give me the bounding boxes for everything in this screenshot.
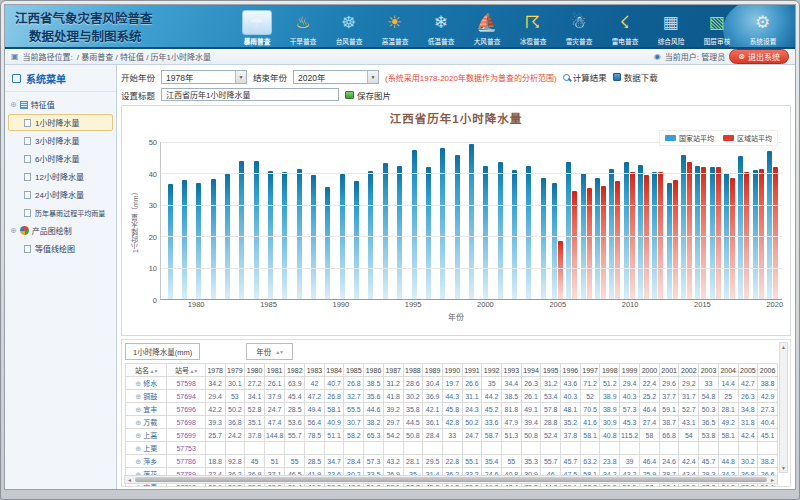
row-expand-icon[interactable]: ⊕ (135, 419, 141, 426)
value-cell: 36.5 (699, 416, 719, 429)
bar-2006-区域站平均 (572, 191, 577, 299)
sidebar-item-等值线绘图[interactable]: 等值线绘图 (8, 240, 113, 257)
value-cell: 27.3 (758, 403, 778, 416)
value-cell: 37.9 (264, 390, 285, 403)
column-header-year-1996[interactable]: 1996 (561, 364, 581, 377)
row-expand-icon[interactable]: ⊕ (135, 484, 141, 487)
value-cell: 22.8 (442, 455, 462, 468)
year-sort-box[interactable]: 年份 ▲▼ (246, 343, 293, 360)
sidebar-item-1小时降水量[interactable]: 1小时降水量 (8, 114, 113, 131)
station-name-cell[interactable]: ⊕修水 (126, 377, 167, 390)
end-year-select[interactable]: 2020年 ▼ (293, 70, 379, 84)
column-header-year-1980[interactable]: 1980 (245, 364, 265, 377)
column-header-year-1983[interactable]: 1983 (305, 364, 325, 377)
row-expand-icon[interactable]: ⊕ (135, 445, 141, 452)
toolbar-item-lightning[interactable]: ☇雷电普查 (602, 10, 647, 46)
station-name-cell[interactable]: ⊕铜鼓 (126, 390, 167, 403)
sidebar-item-12小时降水量[interactable]: 12小时降水量 (8, 168, 113, 185)
station-name-cell[interactable]: ⊕上栗 (126, 442, 167, 455)
toolbar-item-typhoon[interactable]: ☸台风普查 (326, 10, 371, 46)
station-name-cell[interactable]: ⊕萍乡 (126, 455, 167, 468)
column-header-year-1984[interactable]: 1984 (324, 364, 344, 377)
scrollbar-thumb[interactable] (135, 477, 767, 482)
value-cell: 51 (264, 455, 285, 468)
download-button[interactable]: 数据下载 (613, 71, 658, 83)
document-icon (24, 119, 31, 127)
start-year-select[interactable]: 1978年 ▼ (161, 70, 247, 84)
unit-filter-box[interactable]: 1小时降水量(mm) (125, 343, 200, 360)
column-header-year-2003[interactable]: 2003 (699, 364, 719, 377)
column-header-year-1992[interactable]: 1992 (482, 364, 502, 377)
value-cell: 40.3 (620, 390, 640, 403)
legend-item-国家站平均[interactable]: 国家站平均 (665, 133, 714, 143)
value-cell: 55.7 (285, 429, 305, 442)
toolbar-item-layer-review[interactable]: ▧图层审核 (694, 10, 739, 46)
station-name-cell[interactable]: ⊕宜丰 (126, 403, 167, 416)
tree-expander-icon[interactable]: ⊕ (10, 100, 17, 109)
sidebar-group-1[interactable]: ⊕产品图绘制 (8, 222, 113, 239)
column-header-year-1995[interactable]: 1995 (541, 364, 561, 377)
column-header-year-2001[interactable]: 2001 (659, 364, 679, 377)
sidebar-item-6小时降水量[interactable]: 6小时降水量 (8, 150, 113, 167)
toolbar-item-settings[interactable]: ⚙系统设置 (740, 10, 785, 46)
column-header-year-1998[interactable]: 1998 (600, 364, 620, 377)
column-header-year-1987[interactable]: 1987 (383, 364, 403, 377)
sidebar-item-24小时降水量[interactable]: 24小时降水量 (8, 186, 113, 203)
column-header-year-2005[interactable]: 2005 (738, 364, 758, 377)
column-header-station[interactable]: 站名 ▲▼ (126, 364, 167, 377)
column-header-year-1981[interactable]: 1981 (264, 364, 285, 377)
toolbar-item-low-temp[interactable]: ❄低温普查 (418, 10, 463, 46)
column-header-year-1979[interactable]: 1979 (225, 364, 245, 377)
sidebar-item-历年暴雨过程平均雨量[interactable]: 历年暴雨过程平均雨量 (8, 204, 113, 221)
station-name-cell[interactable]: ⊕万载 (126, 416, 167, 429)
value-cell: 47.9 (501, 416, 521, 429)
toolbar-item-high-temp[interactable]: ☀高温普查 (372, 10, 417, 46)
column-header-year-2002[interactable]: 2002 (679, 364, 699, 377)
sidebar-group-0[interactable]: ⊕特征值 (8, 96, 113, 113)
toolbar-item-rainstorm[interactable]: ☔暴雨普查 (234, 10, 279, 46)
vertical-scrollbar[interactable]: ▲ ▼ (779, 342, 788, 473)
row-expand-icon[interactable]: ⊕ (135, 432, 141, 439)
row-expand-icon[interactable]: ⊕ (135, 406, 141, 413)
column-header-year-1986[interactable]: 1986 (364, 364, 384, 377)
calculate-button[interactable]: 计算结果 (563, 71, 607, 83)
column-header-year-1985[interactable]: 1985 (344, 364, 364, 377)
column-header-year-1989[interactable]: 1989 (423, 364, 443, 377)
column-header-station-id[interactable]: 站号 ▲▼ (167, 364, 205, 377)
column-header-year-1999[interactable]: 1999 (620, 364, 640, 377)
column-header-year-2000[interactable]: 2000 (640, 364, 660, 377)
value-cell (245, 442, 265, 455)
column-header-year-1978[interactable]: 1978 (205, 364, 225, 377)
column-header-year-1988[interactable]: 1988 (403, 364, 423, 377)
save-image-button[interactable]: 保存图片 (345, 89, 391, 101)
toolbar-item-risk-calculator[interactable]: ▦综合风险 (648, 10, 693, 46)
bar-group-2001 (493, 142, 507, 299)
column-header-year-1997[interactable]: 1997 (580, 364, 600, 377)
row-expand-icon[interactable]: ⊕ (135, 458, 141, 465)
station-name-cell[interactable]: ⊕上高 (126, 429, 167, 442)
column-header-year-1993[interactable]: 1993 (501, 364, 521, 377)
horizontal-scrollbar[interactable]: ◄ ► (124, 475, 778, 484)
chart-title-input[interactable]: 江西省历年1小时降水量 (161, 88, 339, 101)
legend-item-区域站平均[interactable]: 区域站平均 (723, 133, 772, 143)
value-cell: 58.1 (580, 429, 600, 442)
value-cell: 30.7 (344, 416, 364, 429)
bar-group-1998 (450, 142, 464, 299)
logout-button[interactable]: ⊗ 退出系统 (729, 49, 789, 64)
toolbar-item-snow[interactable]: ☃雪灾普查 (556, 10, 601, 46)
sidebar-item-3小时降水量[interactable]: 3小时降水量 (8, 132, 113, 149)
value-cell: 26.1 (521, 390, 541, 403)
column-header-year-2006[interactable]: 2006 (758, 364, 778, 377)
toolbar-item-drought[interactable]: ♨干旱普查 (280, 10, 325, 46)
column-header-year-1991[interactable]: 1991 (462, 364, 482, 377)
bar-group-1984 (249, 142, 263, 299)
toolbar-item-hail[interactable]: ☈冰雹普查 (510, 10, 555, 46)
column-header-year-2004[interactable]: 2004 (718, 364, 738, 377)
column-header-year-1990[interactable]: 1990 (442, 364, 462, 377)
toolbar-item-wind[interactable]: ⛵大风普查 (464, 10, 509, 46)
tree-expander-icon[interactable]: ⊕ (10, 226, 17, 235)
column-header-year-1994[interactable]: 1994 (521, 364, 541, 377)
row-expand-icon[interactable]: ⊕ (135, 393, 141, 400)
column-header-year-1982[interactable]: 1982 (285, 364, 305, 377)
row-expand-icon[interactable]: ⊕ (135, 380, 141, 387)
